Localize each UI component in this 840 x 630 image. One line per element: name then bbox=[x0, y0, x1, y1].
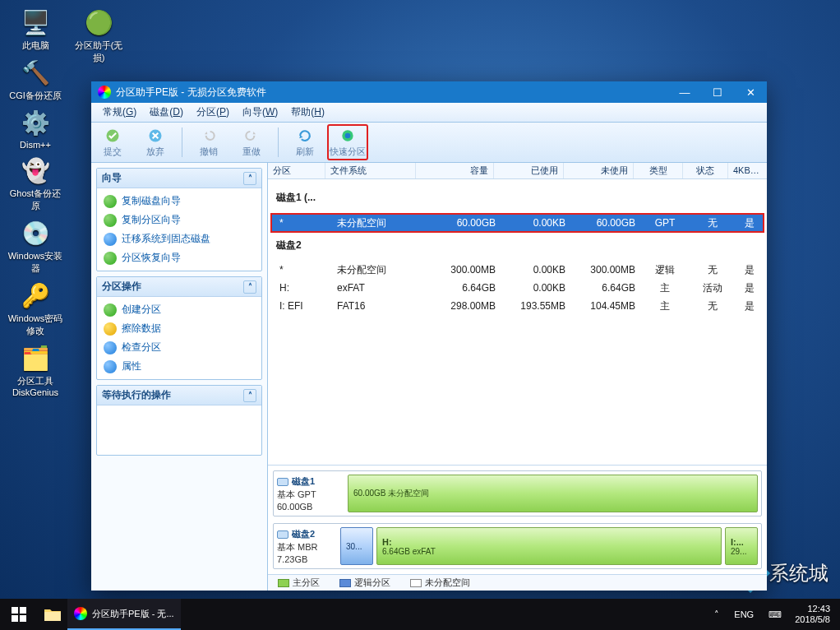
partition-row[interactable]: *未分配空间300.00MB0.00KB300.00MB逻辑无是 bbox=[271, 261, 764, 279]
desktop-icons-column-2: 🟢分区助手(无损) bbox=[70, 7, 127, 64]
pending-panel-title: 等待执行的操作 bbox=[102, 388, 171, 402]
app-icon bbox=[98, 86, 111, 99]
collapse-icon[interactable]: ˄ bbox=[243, 172, 256, 185]
wizard-item[interactable]: 分区恢复向导 bbox=[99, 248, 260, 267]
legend: 主分区 逻辑分区 未分配空间 bbox=[268, 574, 767, 591]
collapse-icon[interactable]: ˄ bbox=[243, 280, 256, 294]
partition-op-item[interactable]: 属性 bbox=[99, 357, 260, 376]
app-icon bbox=[74, 607, 87, 620]
column-header[interactable]: 文件系统 bbox=[325, 163, 416, 178]
desktop-icon[interactable]: 🔨CGI备份还原 bbox=[7, 57, 64, 102]
menu-p[interactable]: 分区(P) bbox=[190, 103, 236, 122]
desktop-icon[interactable]: 🔑Windows密码修改 bbox=[7, 280, 64, 337]
desktop-icon[interactable]: 🟢分区助手(无损) bbox=[70, 7, 127, 64]
disk1-unallocated-bar[interactable]: 60.00GB 未分配空间 bbox=[348, 475, 758, 512]
redo-button[interactable]: 重做 bbox=[231, 124, 272, 160]
column-header[interactable]: 分区 bbox=[268, 163, 325, 178]
column-header[interactable]: 容量 bbox=[416, 163, 494, 178]
commit-button[interactable]: 提交 bbox=[92, 124, 133, 160]
menu-g[interactable]: 常规(G) bbox=[96, 103, 143, 122]
quick-partition-button[interactable]: 快速分区 bbox=[327, 124, 368, 160]
partition-bar[interactable]: H:6.64GB exFAT bbox=[376, 527, 722, 565]
column-header[interactable]: 状态 bbox=[683, 163, 728, 178]
svg-rect-7 bbox=[20, 615, 26, 622]
menu-w[interactable]: 向导(W) bbox=[236, 103, 284, 122]
wizard-item[interactable]: 复制分区向导 bbox=[99, 211, 260, 229]
desktop-icon[interactable]: ⚙️Dism++ bbox=[7, 107, 64, 150]
disk-schematic: 磁盘1 基本 GPT 60.00GB 60.00GB 未分配空间 磁盘2 基本 … bbox=[268, 465, 767, 574]
disk-icon bbox=[277, 478, 288, 486]
wizard-item[interactable]: 复制磁盘向导 bbox=[99, 192, 260, 211]
refresh-button[interactable]: 刷新 bbox=[284, 124, 325, 160]
taskbar-active-app[interactable]: 分区助手PE版 - 无... bbox=[67, 599, 181, 630]
discard-button[interactable]: 放弃 bbox=[135, 124, 176, 160]
partition-op-item[interactable]: 检查分区 bbox=[99, 338, 260, 357]
column-header[interactable]: 已使用 bbox=[494, 163, 564, 178]
menu-h[interactable]: 帮助(H) bbox=[284, 103, 331, 122]
desktop-icon[interactable]: 💿Windows安装器 bbox=[7, 217, 64, 275]
desktop-icon[interactable]: 🖥️此电脑 bbox=[7, 7, 64, 52]
tray-up-icon[interactable]: ˄ bbox=[708, 599, 726, 630]
toolbar: 提交 放弃 撤销 重做 刷新 快速分区 bbox=[91, 123, 767, 163]
main-content: 分区文件系统容量已使用未使用类型状态4KB对齐 磁盘1 (... *未分配空间6… bbox=[268, 163, 767, 591]
partition-bar[interactable]: I:...29... bbox=[725, 527, 758, 565]
disk-icon bbox=[277, 530, 288, 539]
taskbar: 分区助手PE版 - 无... ˄ ENG ⌨ 12:43 2018/5/8 bbox=[0, 599, 840, 630]
disk1-header[interactable]: 磁盘1 (... bbox=[271, 184, 764, 214]
desktop-icon[interactable]: 🗂️分区工具DiskGenius bbox=[7, 342, 64, 397]
tray-ime[interactable]: ENG bbox=[727, 599, 760, 630]
partition-row[interactable]: H:exFAT6.64GB0.00KB6.64GB主活动是 bbox=[271, 279, 764, 297]
tray-clock[interactable]: 12:43 2018/5/8 bbox=[790, 604, 835, 624]
svg-rect-4 bbox=[12, 607, 18, 614]
pending-ops-panel: 等待执行的操作˄ bbox=[96, 385, 262, 456]
partition-op-item[interactable]: 创建分区 bbox=[99, 300, 260, 319]
wizard-panel-title: 向导 bbox=[102, 171, 122, 185]
start-button[interactable] bbox=[0, 599, 38, 630]
collapse-icon[interactable]: ˄ bbox=[243, 389, 256, 402]
menu-d[interactable]: 磁盘(D) bbox=[143, 103, 190, 122]
partition-ops-panel: 分区操作˄ 创建分区擦除数据检查分区属性 bbox=[96, 276, 262, 380]
partition-row[interactable]: I: EFIFAT16298.00MB193.55MB104.45MB主无是 bbox=[271, 297, 764, 315]
minimize-button[interactable]: — bbox=[668, 81, 701, 103]
undo-button[interactable]: 撤销 bbox=[188, 124, 229, 160]
partition-row[interactable]: *未分配空间60.00GB0.00KB60.00GBGPT无是 bbox=[271, 214, 764, 232]
desktop-icons-column-1: 🖥️此电脑🔨CGI备份还原⚙️Dism++👻Ghost备份还原💿Windows安… bbox=[7, 7, 64, 397]
column-header[interactable]: 未使用 bbox=[564, 163, 634, 178]
column-header[interactable]: 类型 bbox=[634, 163, 683, 178]
svg-rect-8 bbox=[44, 612, 61, 621]
svg-rect-5 bbox=[20, 607, 26, 614]
column-header[interactable]: 4KB对齐 bbox=[728, 163, 767, 178]
partition-bar[interactable]: 30... bbox=[340, 527, 373, 565]
wizard-item[interactable]: 迁移系统到固态磁盘 bbox=[99, 229, 260, 248]
desktop-icon[interactable]: 👻Ghost备份还原 bbox=[7, 155, 64, 212]
close-button[interactable]: ✕ bbox=[734, 81, 767, 103]
partition-list: 磁盘1 (... *未分配空间60.00GB0.00KB60.00GBGPT无是… bbox=[268, 179, 767, 465]
window-title: 分区助手PE版 - 无损分区免费软件 bbox=[116, 86, 266, 100]
partition-op-item[interactable]: 擦除数据 bbox=[99, 319, 260, 338]
maximize-button[interactable]: ☐ bbox=[701, 81, 734, 103]
ops-panel-title: 分区操作 bbox=[102, 280, 141, 294]
menubar: 常规(G)磁盘(D)分区(P)向导(W)帮助(H) bbox=[91, 103, 767, 123]
wizard-panel: 向导˄ 复制磁盘向导复制分区向导迁移系统到固态磁盘分区恢复向导 bbox=[96, 168, 262, 271]
sidebar: 向导˄ 复制磁盘向导复制分区向导迁移系统到固态磁盘分区恢复向导 分区操作˄ 创建… bbox=[91, 163, 268, 591]
disk2-header[interactable]: 磁盘2 bbox=[271, 232, 764, 261]
svg-point-3 bbox=[345, 132, 351, 138]
partition-assistant-window: 分区助手PE版 - 无损分区免费软件 — ☐ ✕ 常规(G)磁盘(D)分区(P)… bbox=[91, 81, 767, 591]
titlebar[interactable]: 分区助手PE版 - 无损分区免费软件 — ☐ ✕ bbox=[91, 81, 767, 103]
disk2-schematic[interactable]: 磁盘2 基本 MBR 7.23GB 30...H:6.64GB exFATI:.… bbox=[273, 523, 762, 569]
taskbar-file-explorer[interactable] bbox=[38, 599, 67, 630]
grid-header: 分区文件系统容量已使用未使用类型状态4KB对齐 bbox=[268, 163, 767, 179]
svg-rect-6 bbox=[12, 615, 18, 622]
tray-keyboard-icon[interactable]: ⌨ bbox=[762, 599, 788, 630]
disk1-schematic[interactable]: 磁盘1 基本 GPT 60.00GB 60.00GB 未分配空间 bbox=[273, 470, 762, 517]
